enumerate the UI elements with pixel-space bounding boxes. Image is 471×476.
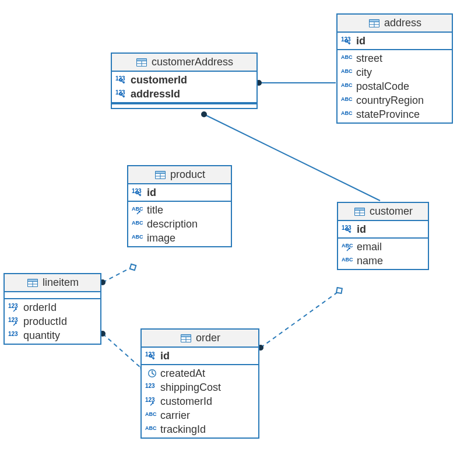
column-name: email [357,240,382,253]
cols-section-lineitem: 123orderId123productId123quantity [5,299,100,344]
entity-title: product [170,169,205,181]
entity-header-lineitem[interactable]: lineitem [5,274,100,292]
svg-text:123: 123 [8,303,18,309]
entity-header-product[interactable]: product [128,166,231,184]
column-row[interactable]: 123customerId [112,73,256,87]
column-name: city [356,66,372,79]
connector-endpoint-dot [201,111,207,117]
cols-section-address: ABCstreetABCcityABCpostalCodeABCcountryR… [338,50,452,123]
connector-lineitem-product [103,266,134,282]
column-name: id [356,34,365,47]
svg-text:ABC: ABC [342,257,353,262]
pk-section-address: 123id [338,33,452,50]
column-row[interactable]: ABCstreet [338,51,452,65]
column-name: quantity [23,329,60,342]
entity-header-order[interactable]: order [142,330,258,348]
entity-title: lineitem [43,276,79,289]
type-icon: 123 [132,187,145,198]
type-icon: ABC [341,81,354,92]
type-icon: 123 [8,302,21,313]
entity-product[interactable]: product123idABCtitleABCdescriptionABCima… [127,165,232,247]
svg-text:ABC: ABC [341,68,353,74]
column-name: id [160,349,170,362]
column-row[interactable]: 123id [338,34,452,48]
type-icon: ABC [132,219,145,229]
column-row[interactable]: ABCstateProvince [338,107,452,121]
column-row[interactable]: ABCemail [338,240,428,254]
column-row[interactable]: 123quantity [5,328,100,342]
entity-customerAddress[interactable]: customerAddress123customerId123addressId [111,52,258,109]
cols-section-product: ABCtitleABCdescriptionABCimage [128,202,231,246]
type-icon: 123 [8,316,21,327]
type-icon: ABC [341,95,354,106]
column-row[interactable]: 123orderId [5,300,100,314]
column-row[interactable]: ABCpostalCode [338,79,452,93]
type-icon: 123 [115,75,128,85]
column-name: addressId [131,88,180,100]
table-icon [368,18,381,29]
svg-text:123: 123 [8,331,18,337]
column-name: title [147,204,163,216]
column-row[interactable]: ABCcity [338,65,452,79]
entity-title: customer [370,205,413,218]
column-row[interactable]: ABCcarrier [142,408,258,422]
type-icon: ABC [145,424,158,435]
column-row[interactable]: ABCimage [128,231,231,245]
type-icon: 123 [145,382,158,393]
column-name: id [147,186,156,199]
column-row[interactable]: 123id [142,349,258,363]
svg-text:ABC: ABC [341,54,353,60]
entity-customer[interactable]: customer123idABCemailABCname [337,202,429,270]
svg-text:123: 123 [145,383,155,389]
column-row[interactable]: ABCname [338,254,428,268]
entity-header-customer[interactable]: customer [338,203,428,221]
column-row[interactable]: ABCdescription [128,217,231,231]
pk-section-customerAddress: 123customerId123addressId [112,72,256,103]
svg-text:ABC: ABC [132,220,143,226]
column-row[interactable]: 123productId [5,314,100,328]
column-row[interactable]: 123id [338,222,428,236]
type-icon: ABC [132,205,145,215]
type-icon: ABC [342,242,354,252]
entity-lineitem[interactable]: lineitem123orderId123productId123quantit… [3,273,101,345]
entity-title: order [196,332,220,344]
table-icon [353,206,366,217]
type-icon: ABC [341,67,354,78]
type-icon: ABC [341,109,354,120]
type-icon: ABC [341,53,354,64]
svg-text:ABC: ABC [132,234,143,240]
svg-text:ABC: ABC [341,96,353,102]
column-row[interactable]: 123shippingCost [142,380,258,394]
table-icon [26,278,39,288]
column-row[interactable]: 123addressId [112,87,256,101]
column-name: description [147,218,198,230]
column-row[interactable]: ABCtitle [128,203,231,217]
entity-header-customerAddress[interactable]: customerAddress [112,54,256,72]
table-icon [135,57,148,68]
column-row[interactable]: ABCcountryRegion [338,93,452,107]
entity-header-address[interactable]: address [338,15,452,33]
column-row[interactable]: ABCtrackingId [142,422,258,436]
type-icon [145,368,158,379]
column-row[interactable]: createdAt [142,366,258,380]
pk-section-lineitem [5,292,100,299]
svg-text:ABC: ABC [145,411,157,417]
table-icon [154,170,167,180]
entity-address[interactable]: address123idABCstreetABCcityABCpostalCod… [336,13,453,124]
column-row[interactable]: 123customerId [142,394,258,408]
connector-lineitem-order [103,334,146,372]
svg-text:ABC: ABC [132,206,143,212]
entity-order[interactable]: order123idcreatedAt123shippingCost123cus… [140,328,259,439]
svg-text:ABC: ABC [342,243,353,249]
entity-title: address [384,17,421,29]
column-name: customerId [131,74,187,86]
svg-text:123: 123 [145,397,155,403]
type-icon: 123 [145,396,158,407]
column-name: productId [23,315,67,328]
type-icon: ABC [132,233,145,243]
column-name: countryRegion [356,94,424,107]
type-icon: 123 [145,351,158,361]
pk-section-order: 123id [142,348,258,365]
column-name: shippingCost [160,381,221,394]
column-row[interactable]: 123id [128,186,231,200]
